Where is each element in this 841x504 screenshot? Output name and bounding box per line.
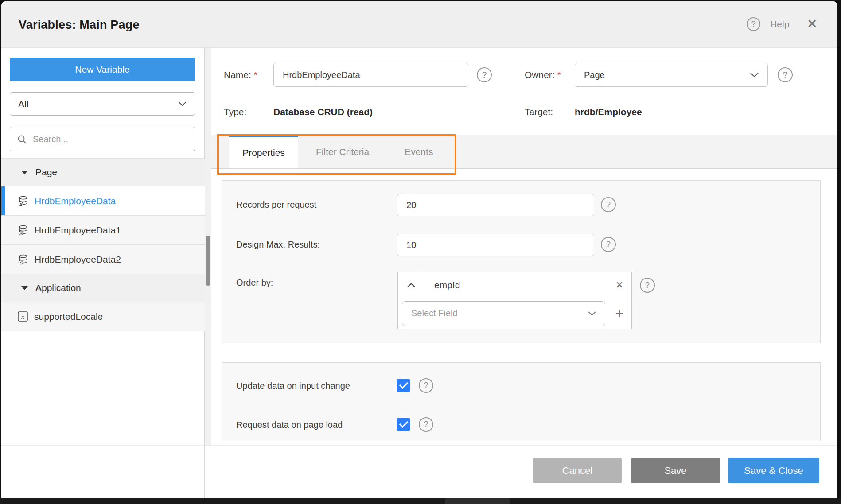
order-by-add-row: Select Field — [398, 298, 607, 329]
type-value: Database CRUD (read) — [273, 106, 373, 118]
sidebar-scrollbar-thumb[interactable] — [206, 236, 210, 286]
database-variable-icon — [17, 254, 29, 265]
tree-item-label: HrdbEmployeeData2 — [35, 254, 121, 265]
select-field-placeholder: Select Field — [411, 308, 458, 318]
owner-label: Owner:* — [525, 69, 561, 81]
save-and-close-button[interactable]: Save & Close — [728, 458, 819, 483]
tree-item-hrdbemployeedata1[interactable]: HrdbEmployeeData1 — [1, 216, 211, 245]
chevron-down-icon — [588, 311, 596, 316]
variable-detail-panel: Name:* ? Owner:* Page ? Type: Database C… — [211, 48, 837, 498]
owner-value: Page — [584, 70, 605, 80]
triangle-down-icon — [21, 171, 28, 174]
help-icon[interactable]: ? — [747, 17, 760, 31]
order-by-field-cell — [424, 272, 607, 298]
variables-sidebar: New Variable All Page — [1, 48, 205, 498]
tree-item-label: HrdbEmployeeData — [35, 196, 116, 206]
variable-filter-dropdown[interactable]: All — [10, 92, 195, 116]
records-per-request-input[interactable] — [397, 194, 594, 216]
design-max-results-input[interactable] — [397, 234, 594, 256]
target-label: Target: — [525, 106, 553, 118]
search-icon — [17, 135, 27, 144]
tab-properties[interactable]: Properties — [229, 135, 298, 168]
chevron-down-icon — [178, 101, 187, 106]
close-icon[interactable]: ✕ — [807, 18, 817, 30]
tree-item-hrdbemployeedata[interactable]: HrdbEmployeeData — [1, 186, 211, 216]
name-input[interactable] — [273, 63, 468, 87]
dialog-header: Variables: Main Page ? Help ✕ — [1, 1, 837, 48]
sort-ascending-button[interactable] — [398, 272, 424, 298]
update-on-input-help-icon[interactable]: ? — [419, 378, 433, 393]
svg-text:x: x — [21, 314, 24, 320]
update-on-input-checkbox[interactable] — [397, 379, 410, 392]
new-variable-button[interactable]: New Variable — [10, 58, 195, 81]
remove-order-by-button[interactable]: ✕ — [607, 272, 631, 298]
owner-help-icon[interactable]: ? — [778, 67, 793, 82]
order-by-help-icon[interactable]: ? — [640, 278, 655, 293]
properties-panel: Records per request ? Design Max. Result… — [222, 180, 821, 343]
selected-indicator — [1, 186, 5, 215]
owner-dropdown[interactable]: Page — [575, 63, 768, 87]
order-by-label: Order by: — [236, 277, 273, 288]
variables-tree: Page HrdbEmployeeData HrdbEmployeeData1 — [1, 158, 211, 331]
max-results-help-icon[interactable]: ? — [601, 237, 616, 252]
type-label: Type: — [224, 106, 246, 118]
footer-divider — [1, 445, 837, 446]
chevron-down-icon — [750, 73, 759, 78]
static-variable-icon: x — [17, 311, 28, 322]
add-order-by-button[interactable]: + — [607, 298, 631, 329]
help-label[interactable]: Help — [770, 19, 789, 30]
tree-item-label: supportedLocale — [34, 311, 103, 322]
design-max-results-label: Design Max. Results: — [236, 239, 320, 250]
tree-item-supportedlocale[interactable]: x supportedLocale — [1, 302, 211, 331]
tab-bar: Properties Filter Criteria Events — [211, 135, 837, 169]
request-on-load-checkbox[interactable] — [397, 418, 410, 431]
tree-item-hrdbemployeedata2[interactable]: HrdbEmployeeData2 — [1, 245, 211, 274]
update-on-input-label: Update data on input change — [236, 380, 350, 392]
background-app-bar-fragment — [445, 498, 510, 504]
tree-item-label: HrdbEmployeeData1 — [35, 225, 121, 236]
order-by-editor: ✕ Select Field + — [397, 272, 632, 329]
tab-filter-criteria[interactable]: Filter Criteria — [298, 135, 387, 168]
behavior-panel: Update data on input change ? Request da… — [222, 362, 821, 441]
tab-events[interactable]: Events — [387, 135, 451, 168]
tree-section-label: Page — [35, 167, 57, 178]
records-help-icon[interactable]: ? — [601, 197, 616, 212]
required-marker: * — [254, 70, 257, 80]
triangle-down-icon — [21, 286, 28, 290]
order-by-field-input[interactable] — [424, 280, 607, 291]
request-on-load-help-icon[interactable]: ? — [419, 417, 433, 432]
tree-section-page[interactable]: Page — [1, 159, 211, 186]
required-marker: * — [557, 70, 561, 80]
dialog-title: Variables: Main Page — [19, 18, 140, 32]
cancel-button[interactable]: Cancel — [533, 458, 622, 483]
variable-filter-value: All — [18, 99, 28, 109]
target-value: hrdb/Employee — [575, 106, 642, 118]
request-on-load-label: Request data on page load — [236, 419, 343, 430]
name-label: Name:* — [224, 69, 257, 81]
database-variable-icon — [17, 195, 29, 207]
tree-section-application[interactable]: Application — [1, 274, 211, 302]
records-per-request-label: Records per request — [236, 199, 316, 210]
background-app-bar — [0, 498, 841, 504]
save-button[interactable]: Save — [631, 458, 720, 483]
variables-dialog: Variables: Main Page ? Help ✕ New Variab… — [1, 1, 837, 498]
database-variable-icon — [17, 225, 29, 236]
tree-section-label: Application — [35, 283, 81, 293]
header-actions: ? Help ✕ — [747, 17, 817, 31]
search-input[interactable] — [33, 134, 187, 144]
search-box — [10, 127, 195, 151]
select-field-dropdown[interactable]: Select Field — [402, 301, 605, 326]
name-help-icon[interactable]: ? — [477, 67, 492, 82]
